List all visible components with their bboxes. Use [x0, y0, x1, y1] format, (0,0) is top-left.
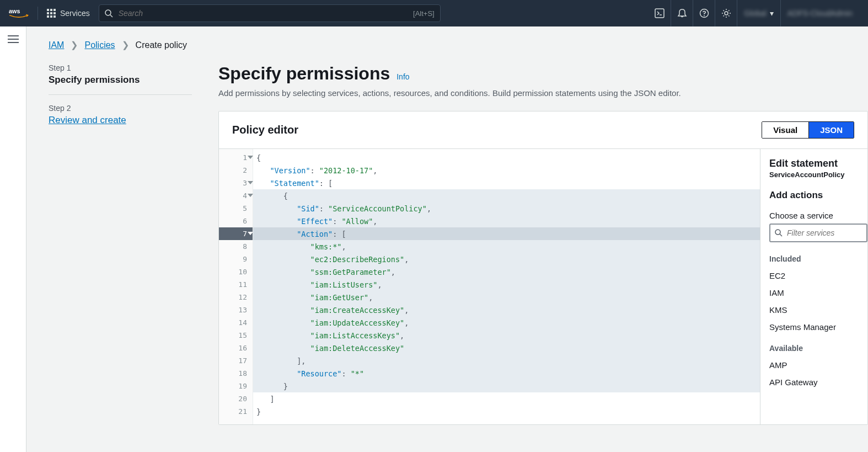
- code-line[interactable]: "Sid": "ServiceAccountPolicy",: [253, 202, 760, 215]
- line-number[interactable]: 8: [219, 240, 253, 253]
- service-item[interactable]: IAM: [769, 288, 867, 297]
- service-item[interactable]: API Gateway: [769, 377, 867, 387]
- aws-logo[interactable]: aws: [9, 7, 29, 19]
- code-editor[interactable]: 123456789101112131415161718192021 { "Ver…: [219, 149, 760, 424]
- breadcrumb: IAM ❯ Policies ❯ Create policy: [49, 40, 868, 50]
- code-line[interactable]: "Action": [: [253, 227, 760, 240]
- line-number[interactable]: 17: [219, 354, 253, 367]
- line-number[interactable]: 14: [219, 316, 253, 329]
- line-number[interactable]: 6: [219, 215, 253, 227]
- svg-rect-4: [47, 12, 49, 14]
- svg-text:aws: aws: [9, 8, 20, 14]
- code-line[interactable]: "ec2:DescribeRegions",: [253, 253, 760, 265]
- svg-rect-3: [53, 9, 56, 11]
- info-link[interactable]: Info: [397, 72, 409, 81]
- code-line[interactable]: "Effect": "Allow",: [253, 215, 760, 227]
- code-line[interactable]: "iam:ListAccessKeys",: [253, 329, 760, 342]
- line-number[interactable]: 13: [219, 304, 253, 316]
- cloudshell-icon[interactable]: [649, 0, 671, 26]
- services-button[interactable]: Services: [47, 9, 90, 18]
- code-line[interactable]: "iam:DeleteAccessKey": [253, 342, 760, 354]
- service-filter[interactable]: [769, 224, 867, 242]
- line-number[interactable]: 7: [219, 227, 253, 240]
- svg-rect-2: [50, 9, 52, 11]
- menu-icon[interactable]: [8, 35, 19, 43]
- account-menu[interactable]: ADFS-CloudAdmin: [780, 0, 859, 26]
- code-line[interactable]: "iam:UpdateAccessKey",: [253, 316, 760, 329]
- notifications-icon[interactable]: [671, 0, 693, 26]
- code-line[interactable]: "iam:ListUsers",: [253, 278, 760, 291]
- svg-point-16: [725, 12, 728, 15]
- code-line[interactable]: ]: [253, 392, 760, 405]
- crumb-iam[interactable]: IAM: [49, 40, 64, 50]
- service-item[interactable]: Systems Manager: [769, 322, 867, 332]
- add-actions-heading: Add actions: [769, 190, 867, 201]
- line-number[interactable]: 16: [219, 342, 253, 354]
- line-number[interactable]: 5: [219, 202, 253, 215]
- service-item[interactable]: EC2: [769, 271, 867, 280]
- code-line[interactable]: "iam:GetUser",: [253, 291, 760, 304]
- svg-rect-6: [53, 12, 56, 14]
- grid-icon: [47, 9, 56, 18]
- line-number[interactable]: 21: [219, 405, 253, 418]
- code-line[interactable]: {: [253, 151, 760, 164]
- code-line[interactable]: }: [253, 380, 760, 392]
- line-number[interactable]: 10: [219, 265, 253, 278]
- tab-json[interactable]: JSON: [809, 122, 854, 138]
- services-label: Services: [60, 9, 90, 18]
- service-item[interactable]: AMP: [769, 360, 867, 370]
- search-icon: [775, 229, 783, 237]
- tab-visual[interactable]: Visual: [762, 122, 809, 138]
- line-number[interactable]: 12: [219, 291, 253, 304]
- panel-title: Policy editor: [232, 124, 298, 136]
- svg-point-17: [775, 230, 780, 235]
- svg-line-18: [780, 234, 782, 236]
- svg-rect-5: [50, 12, 52, 14]
- crumb-policies[interactable]: Policies: [84, 40, 115, 50]
- code-line[interactable]: "kms:*",: [253, 240, 760, 253]
- settings-icon[interactable]: [715, 0, 737, 26]
- crumb-current: Create policy: [136, 40, 187, 50]
- step-1: Step 1 Specify permissions: [49, 63, 192, 95]
- line-number[interactable]: 11: [219, 278, 253, 291]
- search-input[interactable]: [119, 9, 408, 18]
- code-line[interactable]: {: [253, 189, 760, 202]
- svg-rect-9: [53, 15, 56, 18]
- available-heading: Available: [769, 344, 867, 353]
- step-2[interactable]: Step 2 Review and create: [49, 104, 192, 135]
- help-icon[interactable]: [693, 0, 715, 26]
- code-line[interactable]: "iam:CreateAccessKey",: [253, 304, 760, 316]
- line-number[interactable]: 20: [219, 392, 253, 405]
- service-item[interactable]: KMS: [769, 305, 867, 315]
- chevron-right-icon: ❯: [122, 40, 129, 50]
- line-number[interactable]: 4: [219, 189, 253, 202]
- chevron-right-icon: ❯: [71, 40, 78, 50]
- editor-mode-toggle: Visual JSON: [762, 121, 854, 139]
- search-icon: [105, 9, 113, 18]
- svg-rect-7: [47, 15, 49, 18]
- code-line[interactable]: "Resource": "*": [253, 367, 760, 380]
- code-line[interactable]: "ssm:GetParameter",: [253, 265, 760, 278]
- service-filter-input[interactable]: [787, 228, 862, 237]
- line-number[interactable]: 15: [219, 329, 253, 342]
- edit-statement-panel: Edit statement ServiceAccountPolicy Add …: [760, 149, 867, 424]
- page-title: Specify permissions: [218, 63, 390, 84]
- svg-point-10: [105, 10, 111, 15]
- policy-editor-panel: Policy editor Visual JSON 12345678910111…: [218, 111, 868, 425]
- code-line[interactable]: }: [253, 405, 760, 418]
- line-number[interactable]: 1: [219, 151, 253, 164]
- choose-service-label: Choose a service: [769, 211, 867, 220]
- line-number[interactable]: 3: [219, 177, 253, 189]
- region-selector[interactable]: Global▾: [737, 0, 780, 26]
- code-line[interactable]: "Version": "2012-10-17",: [253, 164, 760, 177]
- line-number[interactable]: 19: [219, 380, 253, 392]
- code-line[interactable]: ],: [253, 354, 760, 367]
- line-number[interactable]: 9: [219, 253, 253, 265]
- line-number[interactable]: 18: [219, 367, 253, 380]
- code-line[interactable]: "Statement": [: [253, 177, 760, 189]
- line-number[interactable]: 2: [219, 164, 253, 177]
- search-bar[interactable]: [Alt+S]: [99, 4, 441, 22]
- side-rail: [0, 26, 26, 425]
- included-heading: Included: [769, 254, 867, 263]
- chevron-down-icon: ▾: [770, 9, 774, 18]
